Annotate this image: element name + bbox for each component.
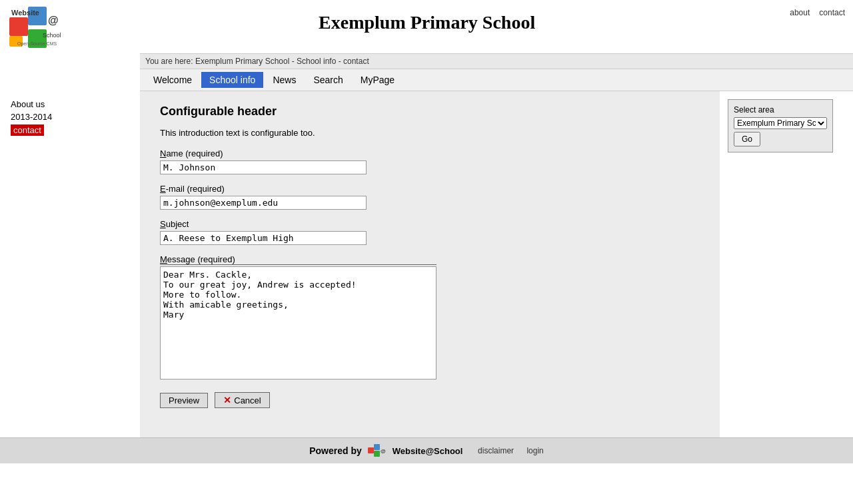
svg-rect-9 bbox=[374, 444, 380, 450]
config-header: Configurable header bbox=[160, 105, 700, 119]
message-label: Message (required) bbox=[160, 254, 436, 265]
sidebar: About us 2013-2014 contact bbox=[0, 91, 140, 437]
intro-text: This introduction text is configurable t… bbox=[160, 128, 700, 138]
nav-mypage[interactable]: MyPage bbox=[353, 72, 403, 88]
go-button[interactable]: Go bbox=[734, 132, 760, 146]
preview-button[interactable]: Preview bbox=[160, 393, 208, 408]
nav-school-info[interactable]: School info bbox=[201, 72, 263, 88]
nav-welcome[interactable]: Welcome bbox=[145, 72, 200, 88]
svg-text:School: School bbox=[43, 32, 61, 39]
name-input[interactable] bbox=[160, 160, 367, 174]
subject-group: Subject bbox=[160, 219, 700, 245]
sidebar-about-us[interactable]: About us bbox=[11, 99, 129, 109]
top-links: about contact bbox=[787, 5, 845, 17]
breadcrumb: You are here: Exemplum Primary School - … bbox=[140, 53, 853, 69]
svg-text:@: @ bbox=[48, 15, 59, 26]
nav-search[interactable]: Search bbox=[305, 72, 351, 88]
select-area-box: Select area Exemplum Primary Sch Go bbox=[728, 99, 833, 152]
main-layout: About us 2013-2014 contact Configurable … bbox=[0, 91, 853, 437]
email-label: E-mail (required) bbox=[160, 184, 700, 194]
nav-bar: Welcome School info News Search MyPage bbox=[140, 69, 853, 91]
name-group: Name (required) bbox=[160, 148, 700, 174]
cancel-x-icon: ✕ bbox=[223, 395, 231, 405]
subject-input[interactable] bbox=[160, 231, 367, 245]
sidebar-contact[interactable]: contact bbox=[11, 125, 44, 136]
login-link[interactable]: login bbox=[526, 446, 543, 455]
contact-top-link[interactable]: contact bbox=[819, 8, 845, 17]
footer: Powered by @ Website@School disclaimer l… bbox=[0, 437, 853, 463]
svg-rect-10 bbox=[374, 451, 380, 457]
right-panel: Select area Exemplum Primary Sch Go bbox=[720, 91, 853, 437]
email-group: E-mail (required) bbox=[160, 184, 700, 210]
svg-text:Website: Website bbox=[11, 9, 39, 17]
footer-logo-text: Website@School bbox=[393, 446, 463, 456]
area-select[interactable]: Exemplum Primary Sch bbox=[734, 117, 827, 129]
about-link[interactable]: about bbox=[790, 8, 810, 17]
subject-label: Subject bbox=[160, 219, 700, 229]
select-area-label: Select area bbox=[734, 105, 827, 115]
svg-rect-8 bbox=[368, 447, 374, 453]
nav-news[interactable]: News bbox=[265, 72, 304, 88]
content-area: Configurable header This introduction te… bbox=[140, 91, 720, 437]
logo-icon: @ Open-Source CMS Website School bbox=[8, 5, 67, 51]
sidebar-2013-2014[interactable]: 2013-2014 bbox=[11, 112, 129, 122]
site-title: Exemplum Primary School bbox=[67, 5, 787, 33]
logo-area: @ Open-Source CMS Website School bbox=[8, 5, 67, 51]
name-label: Name (required) bbox=[160, 148, 700, 158]
disclaimer-link[interactable]: disclaimer bbox=[478, 446, 514, 455]
cancel-button[interactable]: ✕ Cancel bbox=[215, 392, 269, 408]
svg-text:@: @ bbox=[381, 448, 386, 454]
footer-logo-icon: @ bbox=[367, 443, 387, 458]
svg-text:Open-Source CMS: Open-Source CMS bbox=[17, 41, 57, 47]
top-bar: @ Open-Source CMS Website School Exemplu… bbox=[0, 0, 853, 53]
svg-rect-0 bbox=[9, 17, 28, 36]
message-group: Message (required) bbox=[160, 254, 700, 381]
button-row: Preview ✕ Cancel bbox=[160, 392, 700, 408]
message-textarea[interactable] bbox=[160, 266, 436, 379]
email-input[interactable] bbox=[160, 196, 367, 210]
powered-by-text: Powered by bbox=[309, 445, 362, 456]
